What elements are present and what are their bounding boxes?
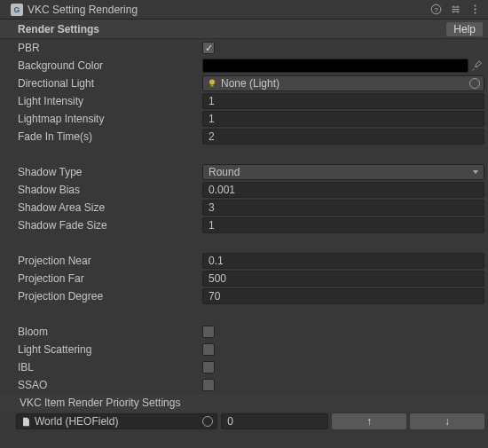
titlebar: G VKC Setting Rendering ? <box>0 0 488 20</box>
panel-title: Render Settings <box>18 23 99 35</box>
object-picker-icon[interactable] <box>469 78 480 89</box>
pbr-checkbox[interactable] <box>202 42 215 54</box>
panel-header: Render Settings Help <box>0 20 488 39</box>
bloom-label: Bloom <box>18 326 202 338</box>
shadow-bias-label: Shadow Bias <box>18 184 202 196</box>
projection-degree-label: Projection Degree <box>18 290 202 303</box>
directional-light-label: Directional Light <box>18 77 202 90</box>
window-title: VKC Setting Rendering <box>28 4 138 16</box>
light-scattering-checkbox[interactable] <box>202 343 215 356</box>
tab-icon: G <box>11 4 23 16</box>
lightmap-intensity-label: Lightmap Intensity <box>18 113 202 125</box>
shadow-bias-input[interactable] <box>202 182 484 198</box>
shadow-area-size-input[interactable] <box>202 200 484 216</box>
light-intensity-input[interactable] <box>202 93 484 109</box>
projection-degree-input[interactable] <box>202 288 484 304</box>
svg-point-5 <box>209 80 215 85</box>
ssao-label: SSAO <box>18 379 202 391</box>
context-menu-icon[interactable] <box>467 2 483 18</box>
priority-value-input[interactable] <box>221 413 328 429</box>
projection-far-input[interactable] <box>202 271 484 287</box>
light-icon <box>207 78 217 89</box>
page-icon <box>20 416 31 427</box>
object-picker-icon[interactable] <box>202 416 213 427</box>
directional-light-value: None (Light) <box>221 77 279 90</box>
shadow-fade-size-input[interactable] <box>202 217 484 233</box>
projection-near-input[interactable] <box>202 253 484 269</box>
ibl-label: IBL <box>18 361 202 373</box>
priority-item-field[interactable]: World (HEOField) <box>16 413 217 429</box>
pbr-label: PBR <box>18 42 202 54</box>
window-tab[interactable]: G VKC Setting Rendering <box>4 0 145 19</box>
priority-up-button[interactable]: ↑ <box>332 413 406 429</box>
projection-far-label: Projection Far <box>18 272 202 285</box>
directional-light-field[interactable]: None (Light) <box>202 75 484 91</box>
svg-point-3 <box>474 8 476 10</box>
light-intensity-label: Light Intensity <box>18 95 202 107</box>
svg-point-4 <box>474 12 476 14</box>
svg-text:?: ? <box>434 6 438 14</box>
light-scattering-label: Light Scattering <box>18 343 202 356</box>
priority-header: VKC Item Render Priority Settings <box>0 394 488 412</box>
background-color-swatch[interactable] <box>202 59 468 73</box>
shadow-type-dropdown[interactable]: Round <box>202 164 484 180</box>
shadow-type-value: Round <box>209 166 240 178</box>
eyedropper-icon[interactable] <box>470 58 484 74</box>
projection-near-label: Projection Near <box>18 255 202 267</box>
help-button[interactable]: Help <box>446 22 483 36</box>
shadow-area-size-label: Shadow Area Size <box>18 201 202 214</box>
settings-icon[interactable] <box>447 2 463 18</box>
ssao-checkbox[interactable] <box>202 379 215 391</box>
background-color-label: Background Color <box>18 59 202 72</box>
svg-rect-6 <box>211 85 214 87</box>
fade-in-time-label: Fade In Time(s) <box>18 130 202 143</box>
bloom-checkbox[interactable] <box>202 326 215 338</box>
fade-in-time-input[interactable] <box>202 129 484 145</box>
lightmap-intensity-input[interactable] <box>202 111 484 127</box>
svg-point-2 <box>474 4 476 6</box>
shadow-type-label: Shadow Type <box>18 166 202 178</box>
priority-down-button[interactable]: ↓ <box>410 413 484 429</box>
ibl-checkbox[interactable] <box>202 361 215 373</box>
help-icon[interactable]: ? <box>428 2 444 18</box>
priority-item-name: World (HEOField) <box>35 415 118 428</box>
shadow-fade-size-label: Shadow Fade Size <box>18 219 202 232</box>
